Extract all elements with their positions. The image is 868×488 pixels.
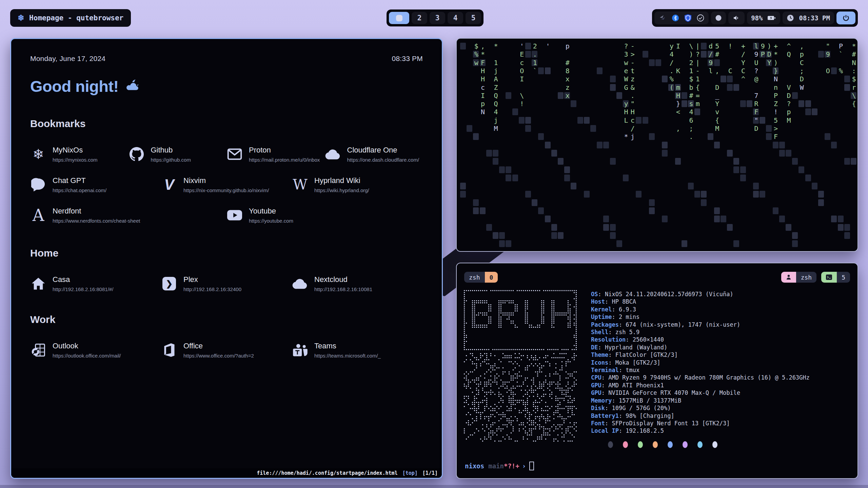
- greeting-text: Good night!: [30, 77, 119, 96]
- workspace-button[interactable]: 5: [466, 12, 481, 24]
- startpage-time: 08:33 PM: [392, 55, 423, 63]
- plex-icon: ❯: [161, 277, 177, 290]
- tmux-window-index: 0: [485, 272, 498, 283]
- fastfetch-line: DE: Hyprland (Wayland): [591, 344, 810, 351]
- bookmark-url: https://wiki.hyprland.org/: [314, 187, 369, 193]
- bookmark-item[interactable]: Proton https://mail.proton.me/u/0/inbox: [226, 144, 325, 165]
- terminal-cursor: [529, 462, 534, 470]
- volume-control[interactable]: [728, 12, 745, 24]
- record-indicator[interactable]: [711, 12, 726, 24]
- palette-dot: [668, 441, 673, 448]
- bookmark-item[interactable]: Outlook https://outlook.office.com/mail/: [30, 340, 161, 361]
- bookmark-name: Nextcloud: [314, 275, 372, 284]
- bookmark-item[interactable]: ❄ MyNixOs https://mynixos.com: [30, 144, 129, 165]
- terminal-color-palette: [608, 441, 717, 448]
- letter-a-icon: A: [30, 207, 46, 223]
- bookmark-item[interactable]: Nextcloud http://192.168.2.16:10081: [292, 273, 423, 294]
- bookmark-url: https://chat.openai.com/: [53, 187, 106, 193]
- startpage-date: Monday, June 17, 2024: [30, 55, 105, 63]
- bruh-ascii-art: [463, 290, 577, 443]
- fastfetch-line: Font: SFProDisplay Nerd Font 13 [GTK2/3]: [591, 420, 810, 427]
- startpage: Monday, June 17, 2024 08:33 PM Good nigh…: [11, 39, 442, 361]
- chat-bubble-icon: [30, 178, 46, 191]
- fastfetch-line: Terminal: tmux: [591, 366, 810, 374]
- fastfetch-line: Battery1: 98% [Charging]: [591, 412, 810, 420]
- fastfetch-line: Packages: 674 (nix-system), 1747 (nix-us…: [591, 321, 810, 328]
- prompt-host: nixos: [465, 462, 484, 470]
- fastfetch-line: Icons: Moka [GTK2/3]: [591, 359, 810, 366]
- bookmark-item[interactable]: Teams https://teams.microsoft.com/_: [292, 340, 423, 361]
- bookmark-url: https://nix-community.github.io/nixvim/: [183, 187, 269, 193]
- network-icon[interactable]: [658, 14, 667, 22]
- bookmark-item[interactable]: ❯ Plex http://192.168.2.16:32400: [161, 273, 292, 294]
- palette-dot: [623, 441, 628, 448]
- palette-dot: [653, 441, 658, 448]
- statusbar-tab-index: [1/1]: [422, 470, 438, 476]
- workspace-button-active[interactable]: [389, 12, 409, 24]
- bookmark-item[interactable]: V Nixvim https://nix-community.github.io…: [161, 174, 292, 195]
- bookmark-item[interactable]: W Hyprland Wiki https://wiki.hyprland.or…: [292, 174, 423, 195]
- bookmark-item[interactable]: Chat GPT https://chat.openai.com/: [30, 174, 161, 195]
- workspace-button[interactable]: 4: [448, 12, 463, 24]
- workspace-button[interactable]: 2: [412, 12, 427, 24]
- power-button[interactable]: [836, 12, 855, 24]
- bookmark-url: https://outlook.office.com/mail/: [53, 353, 121, 359]
- taskbar: ❄ Homepage - qutebrowser 2345 98% 08:33 …: [0, 0, 868, 31]
- bookmark-url: https://www.office.com/?auth=2: [183, 353, 254, 359]
- bookmark-name: Nerdfont: [53, 207, 140, 216]
- cloud-icon: [325, 148, 341, 160]
- check-circle-icon[interactable]: [696, 14, 705, 22]
- bookmark-url: https://teams.microsoft.com/_: [314, 353, 381, 359]
- fastfetch-line: Resolution: 868×488: [591, 336, 810, 343]
- bookmark-name: Casa: [53, 275, 113, 284]
- active-workspace-dot: [396, 15, 402, 21]
- bookmark-name: Nixvim: [183, 176, 269, 185]
- bookmark-name: Outlook: [53, 342, 121, 350]
- fastfetch-line: Kernel: 6.9.3: [591, 306, 810, 313]
- section-title: Bookmarks: [30, 118, 423, 129]
- bookmark-item[interactable]: Cloudflare One https://one.dash.cloudfla…: [325, 144, 423, 165]
- terminal-icon: [821, 272, 837, 283]
- prompt-arrow: ›: [522, 462, 526, 470]
- tmux-window-tab[interactable]: zsh 0: [464, 272, 498, 283]
- github-icon: [129, 147, 145, 162]
- bookmark-item[interactable]: Office https://www.office.com/?auth=2: [161, 340, 292, 361]
- wallpaper-bottom-strip: [0, 485, 868, 488]
- cmatrix-rain: $%w,*FHHcIpN*1jAZQQ4jM'EcOI\!2.1`'p#8xzx…: [460, 42, 854, 248]
- shield-icon[interactable]: [684, 14, 692, 22]
- bookmark-item[interactable]: Github https://github.com: [129, 144, 227, 165]
- fastfetch-line: Local IP: 192.168.2.5: [591, 427, 810, 434]
- workspace-button[interactable]: 3: [430, 12, 445, 24]
- bookmark-url: https://mail.proton.me/u/0/inbox: [249, 157, 320, 163]
- bluetooth-icon[interactable]: [671, 14, 679, 22]
- bookmark-item[interactable]: Casa http://192.168.2.16:8081/#/: [30, 273, 161, 294]
- bookmark-url: https://www.nerdfonts.com/cheat-sheet: [53, 218, 140, 224]
- wiki-w-icon: W: [292, 178, 308, 192]
- clock-widget[interactable]: 08:33 PM: [783, 12, 834, 24]
- bookmark-url: http://192.168.2.16:32400: [183, 286, 241, 292]
- cloud-icon: [292, 278, 308, 289]
- prompt-git-branch: main: [488, 462, 504, 470]
- bookmark-name: Plex: [183, 275, 241, 284]
- bookmark-name: Cloudflare One: [347, 146, 419, 155]
- palette-dot: [638, 441, 643, 448]
- user-icon: [781, 272, 796, 283]
- tmux-session-widget: 5: [821, 272, 850, 283]
- bookmark-name: Youtube: [249, 207, 293, 216]
- moon-cloud-icon: [123, 77, 141, 96]
- bookmark-item[interactable]: A Nerdfont https://www.nerdfonts.com/che…: [30, 205, 226, 226]
- tmux-shell-widget: zsh: [781, 272, 817, 283]
- fastfetch-line: CPU: AMD Ryzen 9 7940HS w/ Radeon 780M G…: [591, 374, 810, 381]
- fastfetch-line: GPU: NVIDIA GeForce RTX 4070 Max-Q / Mob…: [591, 389, 810, 396]
- nixos-logo-icon: ❄: [18, 14, 24, 22]
- fastfetch-line: Uptime: 2 mins: [591, 313, 810, 321]
- fastfetch-info: OS: NixOS 24.11.20240612.57d6973 (Vicuña…: [591, 290, 810, 435]
- bookmark-name: Github: [151, 146, 191, 155]
- snowflake-icon: ❄: [30, 147, 46, 161]
- palette-dot: [712, 441, 717, 448]
- teams-icon: [292, 343, 308, 357]
- bookmark-item[interactable]: Youtube https://youtube.com: [226, 205, 423, 226]
- bookmark-url: http://192.168.2.16:10081: [314, 286, 372, 292]
- bookmark-name: Office: [183, 342, 254, 350]
- battery-status[interactable]: 98%: [747, 12, 780, 24]
